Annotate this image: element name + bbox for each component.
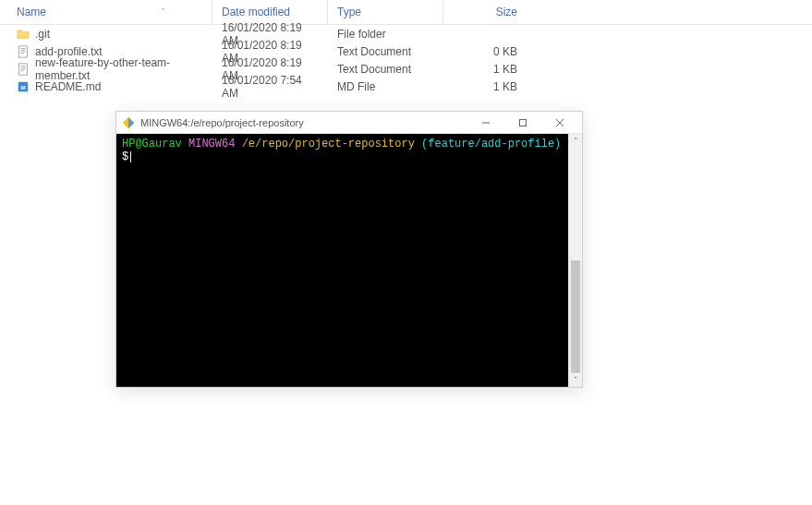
file-size: 1 KB (443, 62, 527, 77)
scroll-up-icon[interactable]: ˄ (569, 134, 582, 148)
explorer-rows: .git16/01/2020 8:19 AMFile folderadd-pro… (0, 25, 812, 95)
column-label: Name (17, 6, 46, 18)
maximize-button[interactable] (504, 113, 541, 133)
scroll-down-icon[interactable]: ˅ (569, 373, 582, 387)
git-bash-icon (122, 116, 135, 129)
explorer-column-headers: Name ˄ Date modified Type Size (0, 0, 812, 25)
prompt-user: HP@Gaurav (122, 138, 182, 150)
column-label: Date modified (222, 6, 290, 18)
sort-ascending-icon: ˄ (161, 7, 202, 17)
table-row[interactable]: new-feature-by-other-team-member.txt16/0… (0, 60, 812, 78)
md-icon: M (17, 80, 30, 93)
table-row[interactable]: .git16/01/2020 8:19 AMFile folder (0, 25, 812, 42)
file-type: Text Document (328, 44, 443, 59)
file-name: README.md (35, 80, 101, 93)
titlebar[interactable]: MINGW64:/e/repo/project-repository (116, 112, 582, 134)
file-type: MD File (328, 79, 443, 94)
close-button[interactable] (541, 113, 578, 133)
file-name: .git (35, 28, 50, 41)
prompt-symbol: $ (122, 150, 128, 163)
scroll-track[interactable] (569, 148, 582, 373)
terminal-scrollbar[interactable]: ˄ ˅ (568, 134, 582, 387)
column-label: Type (337, 6, 361, 18)
terminal-window: MINGW64:/e/repo/project-repository HP@Ga… (115, 111, 583, 388)
column-header-size[interactable]: Size (443, 0, 527, 24)
minimize-button[interactable] (467, 113, 504, 133)
window-title: MINGW64:/e/repo/project-repository (140, 117, 304, 128)
scroll-thumb[interactable] (571, 260, 580, 373)
file-type: File folder (328, 27, 443, 42)
text-icon (17, 63, 30, 76)
cursor (130, 151, 131, 162)
prompt-path: /e/repo/project-repository (242, 138, 415, 150)
column-label: Size (496, 6, 517, 18)
svg-text:M: M (20, 83, 25, 90)
column-header-name[interactable]: Name ˄ (0, 0, 212, 24)
file-size (443, 33, 527, 35)
file-size: 1 KB (443, 79, 527, 94)
column-header-type[interactable]: Type (328, 0, 443, 24)
maximize-icon (518, 118, 527, 127)
table-row[interactable]: MREADME.md16/01/2020 7:54 AMMD File1 KB (0, 78, 812, 95)
terminal-body-wrap: HP@Gaurav MINGW64 /e/repo/project-reposi… (116, 134, 582, 387)
file-size: 0 KB (443, 44, 527, 59)
file-date: 16/01/2020 7:54 AM (212, 73, 328, 101)
window-controls (467, 113, 578, 133)
folder-icon (17, 28, 30, 41)
file-name: new-feature-by-other-team-member.txt (35, 56, 203, 82)
svg-marker-13 (128, 116, 134, 127)
file-explorer: Name ˄ Date modified Type Size .git16/01… (0, 0, 812, 95)
minimize-icon (481, 118, 491, 127)
prompt-branch: (feature/add-profile) (421, 138, 561, 150)
svg-rect-15 (520, 119, 527, 126)
file-type: Text Document (328, 62, 443, 77)
close-icon (555, 118, 564, 127)
prompt-host: MINGW64 (188, 138, 235, 150)
terminal-body[interactable]: HP@Gaurav MINGW64 /e/repo/project-reposi… (116, 134, 568, 387)
